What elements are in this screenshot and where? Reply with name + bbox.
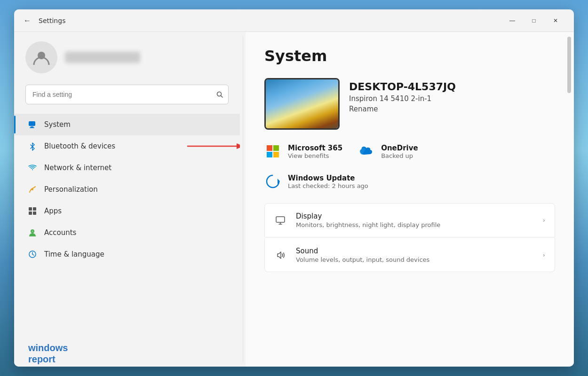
onedrive-sub: Backed up: [381, 152, 418, 159]
device-thumbnail-image: [266, 79, 338, 128]
scrollbar-thumb[interactable]: [567, 37, 571, 93]
sidebar-item-label: Time & language: [44, 250, 104, 258]
sound-text: Sound Volume levels, output, input, soun…: [296, 247, 534, 263]
microsoft365-info: Microsoft 365 View benefits: [288, 144, 342, 159]
main-panel: System DESKTOP-4L537JQ Inspiron 14 5410 …: [246, 32, 574, 367]
sound-sub: Volume levels, output, input, sound devi…: [296, 256, 534, 263]
ms-red: [267, 145, 272, 151]
search-icon-button[interactable]: [216, 91, 223, 98]
microsoft365-card[interactable]: Microsoft 365 View benefits: [264, 143, 342, 160]
arrow-annotation: [187, 141, 240, 151]
sidebar-item-label: Personalization: [44, 185, 98, 194]
search-box: [25, 85, 229, 104]
device-model: Inspiron 14 5410 2-in-1: [349, 94, 456, 103]
minimize-button[interactable]: —: [501, 13, 523, 28]
apps-icon: [27, 206, 38, 216]
device-info: DESKTOP-4L537JQ Inspiron 14 5410 2-in-1 …: [349, 78, 456, 113]
settings-item-display[interactable]: Display Monitors, brightness, night ligh…: [264, 203, 555, 237]
sidebar-divider: [243, 36, 243, 363]
personalization-icon: [27, 184, 38, 195]
content-area: System Bluetooth & devices: [14, 32, 574, 367]
svg-rect-11: [29, 212, 32, 215]
sidebar-item-apps[interactable]: Apps: [14, 200, 240, 222]
device-thumbnail: [264, 78, 340, 130]
svg-marker-7: [237, 143, 240, 149]
settings-list: Display Monitors, brightness, night ligh…: [264, 203, 555, 272]
window-title: Settings: [39, 17, 65, 24]
back-button[interactable]: ←: [22, 15, 33, 27]
onedrive-info: OneDrive Backed up: [381, 144, 418, 159]
display-title: Display: [296, 212, 534, 220]
sidebar-item-accounts[interactable]: Accounts: [14, 222, 240, 243]
maximize-button[interactable]: □: [523, 13, 545, 28]
system-icon: [27, 119, 38, 130]
nav-list: System Bluetooth & devices: [14, 114, 240, 265]
microsoft365-icon: [264, 143, 281, 160]
close-button[interactable]: ✕: [545, 13, 566, 28]
svg-rect-10: [33, 207, 36, 211]
sidebar-item-label: Accounts: [44, 228, 76, 237]
settings-window: ← Settings — □ ✕: [14, 9, 574, 367]
windows-update-info: Windows Update Last checked: 2 hours ago: [288, 174, 368, 189]
svg-rect-4: [31, 126, 33, 127]
sidebar: System Bluetooth & devices: [14, 32, 240, 367]
avatar: [25, 41, 57, 73]
svg-rect-12: [33, 212, 36, 215]
svg-rect-3: [29, 121, 35, 126]
sidebar-item-label: Apps: [44, 207, 62, 215]
user-section: [14, 41, 240, 85]
onedrive-name: OneDrive: [381, 144, 418, 152]
sound-chevron-icon: ›: [543, 251, 545, 258]
windows-update-name: Windows Update: [288, 174, 368, 182]
settings-item-sound[interactable]: Sound Volume levels, output, input, soun…: [264, 238, 555, 272]
microsoft365-sub: View benefits: [288, 152, 342, 159]
sidebar-item-label: Network & internet: [44, 164, 111, 172]
device-rename[interactable]: Rename: [349, 105, 456, 113]
sidebar-item-bluetooth[interactable]: Bluetooth & devices: [14, 135, 240, 157]
svg-point-8: [32, 188, 33, 190]
svg-rect-5: [30, 127, 34, 128]
username-display: [65, 52, 140, 63]
window-controls: — □ ✕: [501, 13, 566, 28]
svg-point-16: [267, 175, 279, 188]
svg-line-2: [221, 96, 223, 98]
microsoft365-name: Microsoft 365: [288, 144, 342, 152]
sidebar-item-label: System: [44, 120, 71, 129]
device-card: DESKTOP-4L537JQ Inspiron 14 5410 2-in-1 …: [264, 78, 555, 130]
search-icon: [216, 91, 223, 98]
sound-icon: [274, 249, 287, 262]
titlebar: ← Settings — □ ✕: [14, 9, 574, 32]
ms-blue: [267, 152, 272, 157]
ms-green: [273, 145, 279, 151]
svg-rect-18: [276, 217, 285, 222]
display-sub: Monitors, brightness, night light, displ…: [296, 221, 534, 228]
scrollbar-track[interactable]: [567, 37, 571, 362]
network-icon: [27, 163, 38, 173]
display-chevron-icon: ›: [543, 217, 545, 224]
display-text: Display Monitors, brightness, night ligh…: [296, 212, 534, 228]
sidebar-item-network[interactable]: Network & internet: [14, 157, 240, 179]
page-title: System: [264, 47, 555, 65]
search-input[interactable]: [25, 85, 229, 104]
windows-update-sub: Last checked: 2 hours ago: [288, 182, 368, 189]
titlebar-left: ← Settings: [22, 15, 501, 27]
sidebar-item-system[interactable]: System: [14, 114, 240, 135]
arrow-icon: [187, 141, 240, 151]
windows-update-icon: [264, 173, 281, 190]
sidebar-item-time[interactable]: Time & language: [14, 243, 240, 265]
services-row: Microsoft 365 View benefits OneDrive: [264, 143, 555, 160]
sidebar-item-label: Bluetooth & devices: [44, 142, 115, 150]
time-icon: [27, 249, 38, 259]
device-name: DESKTOP-4L537JQ: [349, 81, 456, 93]
windows-update-card[interactable]: Windows Update Last checked: 2 hours ago: [264, 173, 555, 190]
ms-yellow: [273, 152, 279, 157]
sidebar-item-personalization[interactable]: Personalization: [14, 179, 240, 200]
svg-point-14: [32, 230, 33, 232]
onedrive-icon: [358, 143, 374, 160]
svg-rect-9: [29, 207, 32, 211]
bluetooth-icon: [27, 141, 38, 151]
onedrive-card[interactable]: OneDrive Backed up: [358, 143, 418, 160]
sound-title: Sound: [296, 247, 534, 255]
user-icon: [32, 48, 51, 67]
display-icon: [274, 214, 287, 227]
